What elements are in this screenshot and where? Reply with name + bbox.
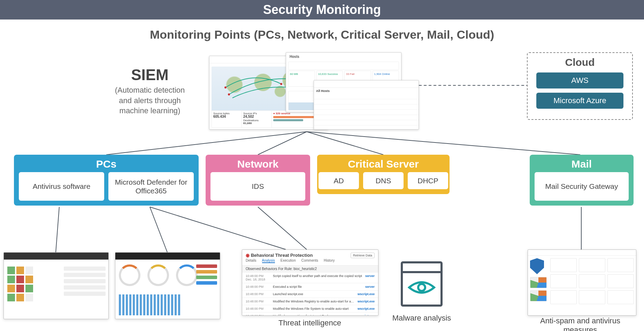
tab-comments[interactable]: Comments [301,259,318,263]
threat-intel-screenshot: ◉ Behavioral Threat Protection Retrieve … [242,249,378,316]
category-network: Network IDS [206,155,310,206]
server-item-ad: AD [319,172,359,189]
server-item-dns: DNS [363,172,404,189]
cloud-title: Cloud [528,56,632,68]
defender-screenshot [115,252,220,319]
threat-row: 10:48:00 PMModified the Windows Registry… [242,298,378,305]
tab-execution[interactable]: Execution [281,259,296,263]
all-hosts-title: All Hosts [314,88,419,94]
mail-item-gateway: Mail Security Gateway [535,172,629,201]
siem-description: (Automatic detection and alerts through … [91,85,209,116]
caption-anti-spam: Anti-spam and antivirus measures [523,316,638,331]
svg-point-12 [280,83,282,85]
network-item-ids: IDS [210,172,305,201]
svg-line-7 [150,207,286,249]
category-mail-title: Mail [530,155,634,172]
threat-row: 10:48:00 PM Dec. 18, 2018Script copied i… [242,272,378,283]
header-bar: Security Monitoring [0,0,644,20]
antivirus-screenshot [3,252,109,319]
svg-line-3 [307,132,580,155]
malware-analysis-icon [401,261,443,307]
header-title: Security Monitoring [263,2,381,17]
svg-point-14 [418,284,425,291]
svg-line-0 [106,132,307,155]
caption-malware-analysis: Malware analysis [383,314,460,323]
hosts-title: Hosts [290,55,299,59]
threat-panel-subheader: Observed Behaviors For Rule: bioc_heuris… [242,265,378,272]
siem-all-hosts-thumbnail: All Hosts [314,80,419,130]
threat-panel-tabs: Details Analysis Execution Comments Hist… [242,259,378,265]
category-mail: Mail Mail Security Gateway [530,155,634,206]
pcs-item-defender: Microsoft Defender for Office365 [108,172,194,201]
category-pcs: PCs Antivirus software Microsoft Defende… [14,155,199,206]
retrieve-data-button[interactable]: Retrieve Data [351,253,375,258]
diagram-subtitle: Monitoring Points (PCs, Network, Critica… [0,28,644,41]
svg-line-2 [307,132,383,155]
map-stat-1: Source bytes 605.434 [212,110,243,128]
svg-line-8 [258,207,307,249]
svg-line-1 [258,132,307,155]
category-pcs-title: PCs [14,155,199,172]
caption-threat-intelligence: Threat intelligence [242,318,378,328]
svg-point-11 [228,93,230,95]
cloud-item-azure: Microsoft Azure [536,93,623,109]
threat-row: 10:48:00 PMModified the Windows File Sys… [242,305,378,313]
siem-title: SIEM [91,66,209,84]
cloud-item-aws: AWS [536,72,623,88]
cloud-group: Cloud AWS Microsoft Azure [527,52,633,120]
category-critical-server: Critical Server AD DNS DHCP [317,155,450,194]
hosts-kpi-1: 60 MB [288,71,315,87]
map-stat-2: Source IPs 24,502 Destinations 81,680 [242,110,273,128]
threat-row: 10:48:00 PMExecuted a script fileserver [242,283,378,291]
siem-label-block: SIEM (Automatic detection and alerts thr… [91,66,209,116]
threat-row: 10:48:00 PMModified proxy settings for I… [242,313,378,316]
tab-analysis[interactable]: Analysis [262,259,275,263]
server-item-dhcp: DHCP [408,172,448,189]
svg-point-10 [224,86,227,88]
category-network-title: Network [206,155,310,172]
category-server-title: Critical Server [317,155,450,172]
threat-row: 10:48:00 PMLaunched wscript.exewscript.e… [242,291,378,298]
tab-details[interactable]: Details [246,259,256,263]
svg-line-6 [150,207,167,252]
shield-icon [530,258,544,274]
tab-history[interactable]: History [324,259,335,263]
mail-security-screenshot [528,249,636,316]
svg-line-5 [56,207,59,252]
siem-screenshots-stack: Source bytes 605.434 Source IPs 24,502 D… [209,52,404,132]
pcs-item-antivirus: Antivirus software [19,172,104,201]
